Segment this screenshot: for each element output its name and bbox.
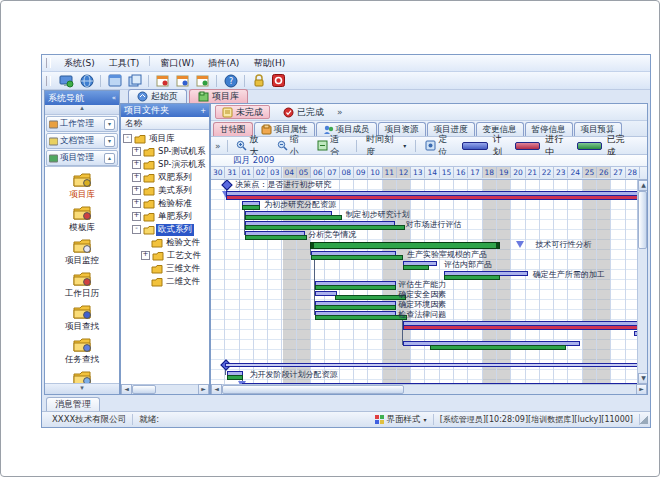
tree-item-单肥系列[interactable]: +单肥系列 <box>123 210 209 223</box>
nav-group-toggle-icon[interactable]: ▾ <box>104 136 115 147</box>
svg-text:?: ? <box>228 77 232 86</box>
tree-item-检验标准[interactable]: +检验标准 <box>123 197 209 210</box>
subtab-label: 甘特图 <box>220 124 246 136</box>
lock-button[interactable] <box>250 73 267 88</box>
calendar-check-button[interactable] <box>194 73 211 88</box>
nav-item-项目库[interactable]: 项目库 <box>45 170 119 202</box>
menu-item-5[interactable]: 帮助(H) <box>246 56 292 71</box>
menubar-grip[interactable] <box>46 58 51 68</box>
nav-item-项目文档查找[interactable]: 项目文档查找 <box>45 368 119 383</box>
nav-collapse-strip[interactable]: ▴ <box>45 105 119 115</box>
pin-icon[interactable]: + <box>200 107 206 115</box>
nav-item-项目查找[interactable]: 项目查找 <box>45 302 119 334</box>
filter-未完成[interactable]: 未完成 <box>215 105 270 119</box>
collapse-icon[interactable]: - <box>132 225 141 234</box>
scroll-thumb[interactable] <box>638 191 647 249</box>
gantt-row: 评估内部产品 <box>211 260 637 270</box>
gantt-hscrollbar[interactable]: ◄ ► <box>211 384 647 394</box>
nav-group-toggle-icon[interactable]: ▾ <box>104 119 115 130</box>
menu-item-2[interactable]: 工具(T) <box>102 56 147 71</box>
tree-item-label: 美式系列 <box>156 185 194 197</box>
gantt-bar-summary[interactable] <box>310 242 501 249</box>
expand-icon[interactable]: + <box>132 173 141 182</box>
expand-icon[interactable]: + <box>132 199 141 208</box>
toolbar-more-icon[interactable]: » <box>215 141 221 151</box>
tree-item-美式系列[interactable]: +美式系列 <box>123 184 209 197</box>
message-management-tab[interactable]: 消息管理 <box>46 397 100 411</box>
locate-icon <box>425 140 436 151</box>
expand-icon[interactable]: + <box>132 147 141 156</box>
tree-item-工艺文件[interactable]: +工艺文件 <box>123 249 209 262</box>
marker-triangle-icon[interactable] <box>516 241 524 248</box>
scroll-right-icon[interactable]: ► <box>198 384 209 395</box>
subtab-甘特图[interactable]: 甘特图 <box>213 122 253 136</box>
zoom-in-button[interactable]: 放大 <box>233 139 269 152</box>
nav-item-项目监控[interactable]: 项目监控 <box>45 236 119 268</box>
tree-item-检验文件[interactable]: 检验文件 <box>123 236 209 249</box>
scroll-thumb[interactable] <box>132 385 156 394</box>
timescale-button[interactable]: 时间刻度▾ <box>363 139 409 152</box>
nav-group-toggle-icon[interactable]: ▴ <box>104 153 115 164</box>
filter-已完成[interactable]: 已完成 <box>276 105 331 119</box>
nav-group-3[interactable]: 项目管理▴ <box>46 150 118 166</box>
locate-button[interactable]: 定位 <box>422 139 458 152</box>
expand-icon[interactable]: + <box>132 186 141 195</box>
gantt-bar-thin[interactable] <box>242 383 637 384</box>
tree-item-SP-测试机系[interactable]: +SP-测试机系 <box>123 145 209 158</box>
windows-button[interactable] <box>126 73 143 88</box>
collapse-icon[interactable]: - <box>123 134 132 143</box>
folder-icon <box>143 199 155 209</box>
tree-item-二维文件[interactable]: 二维文件 <box>123 275 209 288</box>
scroll-up-icon[interactable]: ▲ <box>638 180 647 191</box>
tree-item-项目库[interactable]: -项目库 <box>123 132 209 145</box>
folder-icon <box>151 238 163 248</box>
tree-item-三维文件[interactable]: 三维文件 <box>123 262 209 275</box>
expand-icon[interactable]: + <box>132 212 141 221</box>
monitor-button[interactable] <box>58 73 75 88</box>
nav-item-label: 模板库 <box>69 222 95 234</box>
help-button[interactable]: ? <box>222 73 239 88</box>
toolbar-grip[interactable] <box>46 76 51 86</box>
scroll-right-icon[interactable]: ► <box>636 384 647 395</box>
nav-footer-strip[interactable]: ▾ <box>45 383 119 394</box>
menu-item-1[interactable]: 系统(S) <box>57 56 102 71</box>
scroll-left-icon[interactable]: ◄ <box>121 384 132 395</box>
gantt-bar-thin[interactable] <box>225 363 637 367</box>
scroll-left-icon[interactable]: ◄ <box>211 384 222 395</box>
scroll-thumb[interactable] <box>222 385 404 394</box>
pin-icon[interactable]: « <box>112 94 116 102</box>
gantt-bar-plan[interactable] <box>315 291 337 296</box>
day-header-cell: 16 <box>454 167 468 178</box>
tree-item-双肥系列[interactable]: +双肥系列 <box>123 171 209 184</box>
tree-item-欧式系列[interactable]: -欧式系列 <box>123 223 209 236</box>
tab-项目库[interactable]: 项目库 <box>189 89 248 103</box>
tree-item-SP-演示机系[interactable]: +SP-演示机系 <box>123 158 209 171</box>
expand-icon[interactable]: + <box>132 160 141 169</box>
filters-more-icon[interactable]: » <box>337 107 343 117</box>
nav-item-模板库[interactable]: 模板库 <box>45 203 119 235</box>
gantt-vscrollbar[interactable]: ▲ ▼ <box>637 180 647 384</box>
gantt-bar-plan[interactable] <box>634 331 637 336</box>
expand-icon[interactable]: + <box>141 251 150 260</box>
calendar-user-button[interactable] <box>174 73 191 88</box>
fit-button[interactable]: 适合 <box>314 139 350 152</box>
menu-item-3[interactable]: 窗口(W) <box>153 56 201 71</box>
gantt-chart[interactable]: 决策点：是否进行初步研究为初步研究分配资源制定初步研究计划对市场进行评估分析竞争… <box>211 180 637 384</box>
zoom-out-button[interactable]: 缩小 <box>274 139 310 152</box>
tree-hscrollbar[interactable]: ◄ ► <box>121 384 209 394</box>
nav-group-2[interactable]: 文档管理▾ <box>46 133 118 149</box>
menu-item-4[interactable]: 插件(A) <box>201 56 246 71</box>
stop-button[interactable] <box>270 73 287 88</box>
nav-group-1[interactable]: 工作管理▾ <box>46 116 118 132</box>
ui-style-button[interactable]: 界面样式 ▾ <box>369 414 434 425</box>
tab-起始页[interactable]: 起始页 <box>128 89 187 103</box>
globe-button[interactable] <box>78 73 95 88</box>
session-info: [系统管理员][10:28:09][培训数据库][lucky][11000] <box>434 414 640 425</box>
window-button[interactable] <box>106 73 123 88</box>
resize-grip[interactable] <box>640 416 648 424</box>
calendar-button[interactable] <box>154 73 171 88</box>
nav-item-任务查找[interactable]: 任务查找 <box>45 335 119 367</box>
scroll-down-icon[interactable]: ▼ <box>638 373 647 384</box>
tree-column-header[interactable]: 名称 <box>121 117 209 130</box>
nav-item-工作日历[interactable]: 工作日历 <box>45 269 119 301</box>
